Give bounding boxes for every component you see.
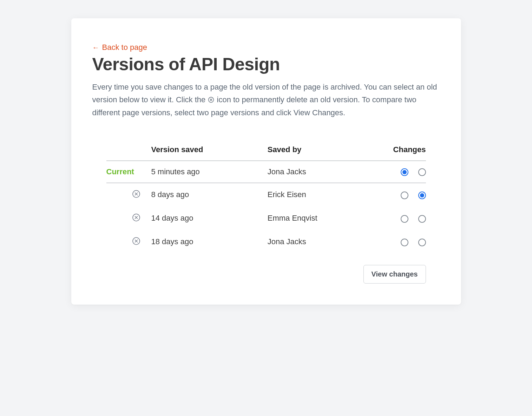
version-saved-cell: 14 days ago: [149, 207, 265, 230]
current-label-cell: Current: [106, 161, 149, 183]
back-link-label: Back to page: [102, 43, 147, 52]
compare-radio-a[interactable]: [401, 239, 408, 246]
col-version-saved-header: Version saved: [149, 140, 265, 161]
compare-radio-b[interactable]: [418, 168, 426, 176]
changes-radio-cell: [377, 230, 426, 254]
compare-radio-b[interactable]: [418, 215, 426, 223]
saved-by-cell: Emma Enqvist: [265, 207, 377, 230]
versions-table-wrap: Version saved Saved by Changes Current5 …: [92, 140, 440, 254]
current-label: Current: [106, 167, 134, 176]
version-saved-cell: 8 days ago: [149, 183, 265, 207]
table-row: 8 days agoErick Eisen: [106, 183, 426, 207]
versions-tbody: Current5 minutes agoJona Jacks8 days ago…: [106, 161, 426, 254]
table-row: 18 days agoJona Jacks: [106, 230, 426, 254]
col-saved-by-header: Saved by: [265, 140, 377, 161]
delete-x-icon: [132, 237, 140, 245]
table-row: Current5 minutes agoJona Jacks: [106, 161, 426, 183]
compare-radio-a[interactable]: [401, 191, 408, 199]
compare-radio-a[interactable]: [401, 215, 408, 223]
table-row: 14 days agoEmma Enqvist: [106, 207, 426, 230]
page-description: Every time you save changes to a page th…: [92, 81, 440, 119]
compare-radio-b[interactable]: [418, 239, 426, 246]
delete-version-button[interactable]: [132, 189, 141, 199]
compare-radio-b[interactable]: [418, 191, 426, 199]
delete-x-icon: [132, 190, 140, 198]
col-delete-header: [106, 140, 149, 161]
view-changes-button[interactable]: View changes: [363, 265, 426, 284]
actions-row: View changes: [92, 254, 440, 284]
page-title: Versions of API Design: [92, 54, 440, 74]
arrow-left-icon: ←: [92, 44, 99, 51]
versions-table: Version saved Saved by Changes Current5 …: [106, 140, 426, 254]
changes-radio-cell: [377, 161, 426, 183]
delete-cell: [106, 207, 149, 230]
version-saved-cell: 18 days ago: [149, 230, 265, 254]
delete-version-button[interactable]: [132, 213, 141, 222]
delete-x-icon: [208, 96, 215, 105]
compare-radio-a[interactable]: [401, 168, 408, 176]
delete-cell: [106, 183, 149, 207]
saved-by-cell: Erick Eisen: [265, 183, 377, 207]
back-to-page-link[interactable]: ← Back to page: [92, 43, 147, 52]
version-saved-cell: 5 minutes ago: [149, 161, 265, 183]
changes-radio-cell: [377, 183, 426, 207]
changes-radio-cell: [377, 207, 426, 230]
saved-by-cell: Jona Jacks: [265, 161, 377, 183]
col-changes-header: Changes: [377, 140, 426, 161]
delete-cell: [106, 230, 149, 254]
delete-version-button[interactable]: [132, 236, 141, 246]
saved-by-cell: Jona Jacks: [265, 230, 377, 254]
delete-x-icon: [132, 213, 140, 222]
versions-card: ← Back to page Versions of API Design Ev…: [71, 18, 461, 305]
